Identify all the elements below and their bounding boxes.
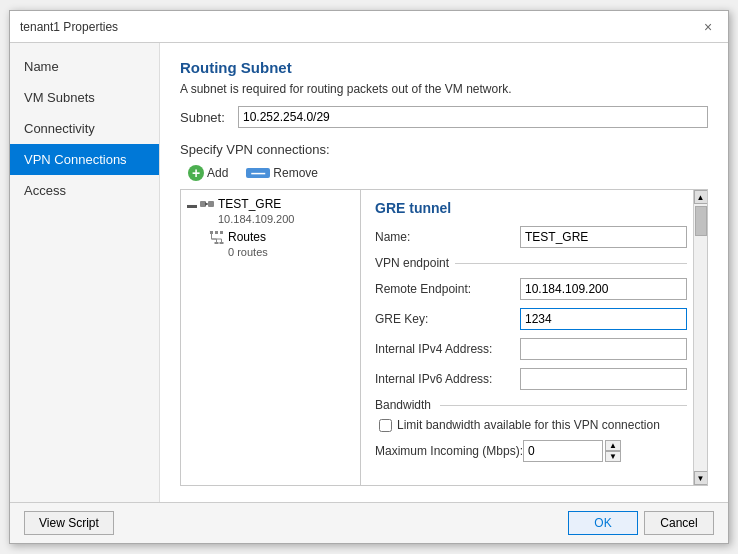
spin-down-button[interactable]: ▼ xyxy=(605,451,621,462)
footer-right: OK Cancel xyxy=(568,511,714,535)
tree-connection-item[interactable]: ▬ TEST_GRE 10.184.109.200 xyxy=(181,194,360,227)
name-label: Name: xyxy=(375,230,520,244)
bandwidth-label: Bandwidth xyxy=(375,398,687,412)
gre-key-input[interactable] xyxy=(520,308,687,330)
sidebar: Name VM Subnets Connectivity VPN Connect… xyxy=(10,43,160,502)
detail-panel: GRE tunnel Name: VPN endpoint Remote End… xyxy=(361,190,707,485)
tree-collapse-icon: ▬ xyxy=(185,196,199,212)
dialog-body: Name VM Subnets Connectivity VPN Connect… xyxy=(10,43,728,502)
vpn-endpoint-group: VPN endpoint xyxy=(375,256,687,270)
dialog-title: tenant1 Properties xyxy=(20,20,118,34)
bandwidth-group: Bandwidth Limit bandwidth available for … xyxy=(375,398,687,462)
bandwidth-checkbox-row: Limit bandwidth available for this VPN c… xyxy=(375,418,687,432)
detail-title: GRE tunnel xyxy=(375,200,687,216)
max-incoming-row: Maximum Incoming (Mbps): ▲ ▼ xyxy=(375,440,687,462)
remote-endpoint-row: Remote Endpoint: xyxy=(375,278,687,300)
connection-name: TEST_GRE xyxy=(218,196,294,213)
remote-endpoint-input[interactable] xyxy=(520,278,687,300)
svg-rect-5 xyxy=(215,231,218,234)
max-incoming-label: Maximum Incoming (Mbps): xyxy=(375,444,523,458)
scrollbar[interactable]: ▲ ▼ xyxy=(693,190,707,485)
spin-up-button[interactable]: ▲ xyxy=(605,440,621,451)
dialog-footer: View Script OK Cancel xyxy=(10,502,728,543)
subnet-input[interactable] xyxy=(238,106,708,128)
main-content: Routing Subnet A subnet is required for … xyxy=(160,43,728,502)
svg-rect-1 xyxy=(208,201,214,207)
internal-ipv4-row: Internal IPv4 Address: xyxy=(375,338,687,360)
svg-rect-13 xyxy=(220,242,224,244)
sidebar-item-vpn-connections[interactable]: VPN Connections xyxy=(10,144,159,175)
internal-ipv6-label: Internal IPv6 Address: xyxy=(375,372,520,386)
internal-ipv6-row: Internal IPv6 Address: xyxy=(375,368,687,390)
sidebar-item-vm-subnets[interactable]: VM Subnets xyxy=(10,82,159,113)
page-title: Routing Subnet xyxy=(180,59,708,76)
svg-rect-12 xyxy=(215,242,219,244)
svg-marker-3 xyxy=(205,202,208,206)
sidebar-item-access[interactable]: Access xyxy=(10,175,159,206)
add-label: Add xyxy=(207,166,228,180)
view-script-button[interactable]: View Script xyxy=(24,511,114,535)
scroll-down-button[interactable]: ▼ xyxy=(694,471,708,485)
remote-endpoint-label: Remote Endpoint: xyxy=(375,282,520,296)
footer-left: View Script xyxy=(24,511,114,535)
section-description: A subnet is required for routing packets… xyxy=(180,82,708,96)
bandwidth-checkbox[interactable] xyxy=(379,419,392,432)
scroll-thumb[interactable] xyxy=(695,206,707,236)
name-row: Name: xyxy=(375,226,687,248)
svg-rect-6 xyxy=(220,231,223,234)
tree-routes-item[interactable]: Routes 0 routes xyxy=(181,227,360,260)
name-input[interactable] xyxy=(520,226,687,248)
vpn-label: Specify VPN connections: xyxy=(180,142,708,157)
tree-panel: ▬ TEST_GRE 10.184.109.200 xyxy=(181,190,361,485)
connection-ip: 10.184.109.200 xyxy=(218,213,294,225)
split-panel: ▬ TEST_GRE 10.184.109.200 xyxy=(180,189,708,486)
routes-label: Routes xyxy=(228,229,268,246)
sidebar-item-name[interactable]: Name xyxy=(10,51,159,82)
max-incoming-input[interactable] xyxy=(523,440,603,462)
internal-ipv4-label: Internal IPv4 Address: xyxy=(375,342,520,356)
sidebar-item-connectivity[interactable]: Connectivity xyxy=(10,113,159,144)
internal-ipv6-input[interactable] xyxy=(520,368,687,390)
title-bar: tenant1 Properties × xyxy=(10,11,728,43)
scroll-up-button[interactable]: ▲ xyxy=(694,190,708,204)
add-button[interactable]: + Add xyxy=(180,163,236,183)
remove-label: Remove xyxy=(273,166,318,180)
subnet-label: Subnet: xyxy=(180,110,230,125)
subnet-row: Subnet: xyxy=(180,106,708,128)
add-icon: + xyxy=(188,165,204,181)
dialog-window: tenant1 Properties × Name VM Subnets Con… xyxy=(9,10,729,544)
toolbar: + Add — Remove xyxy=(180,163,708,183)
gre-key-label: GRE Key: xyxy=(375,312,520,326)
routes-icon xyxy=(209,229,225,245)
gre-key-row: GRE Key: xyxy=(375,308,687,330)
vpn-endpoint-label: VPN endpoint xyxy=(375,256,687,270)
ok-button[interactable]: OK xyxy=(568,511,638,535)
remove-icon: — xyxy=(246,168,270,178)
routes-count: 0 routes xyxy=(228,246,268,258)
bandwidth-checkbox-label: Limit bandwidth available for this VPN c… xyxy=(397,418,660,432)
remove-button[interactable]: — Remove xyxy=(238,164,326,182)
svg-rect-4 xyxy=(210,231,213,234)
internal-ipv4-input[interactable] xyxy=(520,338,687,360)
cancel-button[interactable]: Cancel xyxy=(644,511,714,535)
close-button[interactable]: × xyxy=(698,17,718,37)
connection-icon xyxy=(199,196,215,212)
